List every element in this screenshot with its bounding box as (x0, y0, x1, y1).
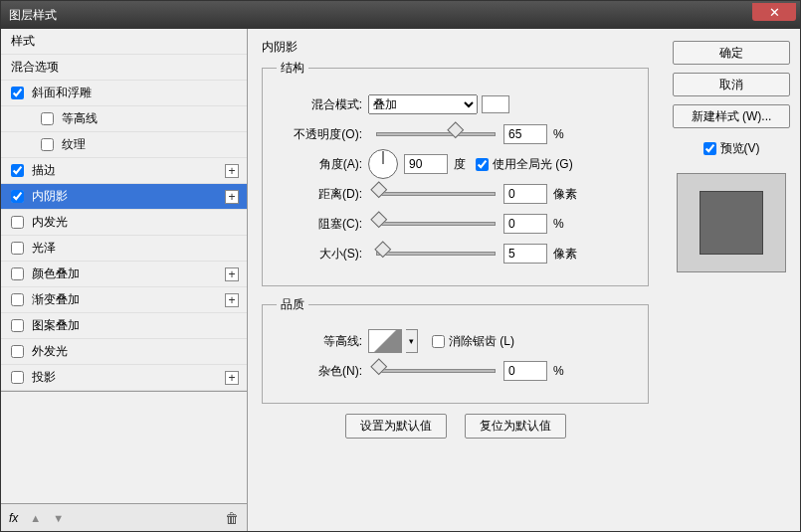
checkbox-gradient-overlay[interactable] (11, 293, 24, 306)
row-noise: 杂色(N): % (277, 359, 634, 383)
fx-icon[interactable]: fx (9, 511, 18, 525)
make-default-button[interactable]: 设置为默认值 (345, 414, 447, 439)
row-blend-mode: 混合模式: 叠加 (277, 92, 634, 116)
preview-label: 预览(V) (720, 140, 760, 157)
cancel-button[interactable]: 取消 (673, 73, 790, 96)
global-light-checkbox[interactable] (476, 158, 489, 171)
contour-label: 等高线: (277, 333, 362, 350)
sidebar-item-bevel-emboss[interactable]: 斜面和浮雕 (1, 81, 247, 106)
plus-icon[interactable]: + (225, 190, 239, 204)
sidebar-item-blend-options[interactable]: 混合选项 (1, 55, 247, 81)
checkbox-texture[interactable] (41, 138, 54, 151)
distance-input[interactable] (503, 184, 547, 204)
size-input[interactable] (503, 244, 547, 264)
sidebar-item-label: 投影 (32, 369, 56, 386)
sidebar-header-styles[interactable]: 样式 (1, 29, 247, 55)
choke-slider[interactable] (376, 222, 496, 226)
choke-label: 阻塞(C): (277, 216, 362, 233)
sidebar-item-label: 光泽 (32, 240, 56, 257)
plus-icon[interactable]: + (225, 164, 239, 178)
sidebar-item-label: 图案叠加 (32, 317, 80, 334)
choke-unit: % (553, 217, 564, 231)
checkbox-drop-shadow[interactable] (11, 371, 24, 384)
checkbox-stroke[interactable] (11, 164, 24, 177)
new-style-button[interactable]: 新建样式 (W)... (673, 104, 790, 128)
checkbox-color-overlay[interactable] (11, 267, 24, 280)
checkbox-inner-glow[interactable] (11, 216, 24, 229)
noise-label: 杂色(N): (277, 363, 362, 380)
opacity-label: 不透明度(O): (277, 126, 362, 143)
checkbox-contour[interactable] (41, 112, 54, 125)
contour-picker[interactable] (368, 329, 402, 353)
size-slider[interactable] (376, 252, 496, 256)
titlebar[interactable]: 图层样式 ✕ (1, 1, 800, 29)
distance-label: 距离(D): (277, 186, 362, 203)
plus-icon[interactable]: + (225, 267, 239, 281)
antialias-checkbox[interactable] (432, 335, 445, 348)
choke-input[interactable] (503, 214, 547, 234)
sidebar-item-satin[interactable]: 光泽 (1, 236, 247, 262)
checkbox-satin[interactable] (11, 242, 24, 255)
checkbox-outer-glow[interactable] (11, 345, 24, 358)
sidebar-item-label: 颜色叠加 (32, 266, 80, 282)
sidebar-item-inner-shadow[interactable]: 内阴影 + (1, 184, 247, 210)
distance-unit: 像素 (553, 186, 577, 203)
sidebar-item-label: 描边 (32, 162, 56, 179)
angle-dial[interactable] (368, 149, 398, 179)
sidebar-item-label: 内阴影 (32, 188, 68, 205)
opacity-input[interactable] (503, 124, 547, 144)
sidebar-item-gradient-overlay[interactable]: 渐变叠加 + (1, 287, 247, 313)
antialias-label: 消除锯齿 (L) (449, 333, 514, 350)
checkbox-inner-shadow[interactable] (11, 190, 24, 203)
distance-slider[interactable] (376, 192, 496, 196)
noise-input[interactable] (503, 361, 547, 381)
sidebar-item-color-overlay[interactable]: 颜色叠加 + (1, 262, 247, 287)
arrow-up-icon[interactable]: ▲ (30, 512, 41, 524)
default-buttons-row: 设置为默认值 复位为默认值 (262, 414, 649, 439)
global-light-label: 使用全局光 (G) (493, 156, 573, 173)
opacity-slider[interactable] (376, 132, 496, 136)
row-opacity: 不透明度(O): % (277, 122, 634, 146)
checkbox-pattern-overlay[interactable] (11, 319, 24, 332)
dialog-content: 样式 混合选项 斜面和浮雕 等高线 纹理 描边 + (1, 29, 800, 531)
size-label: 大小(S): (277, 246, 362, 263)
sidebar-item-stroke[interactable]: 描边 + (1, 158, 247, 184)
row-choke: 阻塞(C): % (277, 212, 634, 236)
contour-dropdown-icon[interactable]: ▾ (406, 329, 418, 353)
panel-title: 内阴影 (262, 39, 649, 56)
close-button[interactable]: ✕ (752, 3, 796, 21)
row-contour: 等高线: ▾ 消除锯齿 (L) (277, 329, 634, 353)
sidebar-item-texture[interactable]: 纹理 (1, 132, 247, 158)
angle-unit: 度 (454, 156, 466, 173)
sidebar-item-drop-shadow[interactable]: 投影 + (1, 365, 247, 391)
sidebar-item-label: 斜面和浮雕 (32, 85, 92, 101)
quality-legend: 品质 (277, 296, 308, 313)
structure-fieldset: 结构 混合模式: 叠加 不透明度(O): % 角度(A): (262, 60, 649, 286)
sidebar-item-label: 渐变叠加 (32, 291, 80, 308)
sidebar-footer: fx ▲ ▼ 🗑 (1, 503, 247, 531)
blend-mode-select[interactable]: 叠加 (368, 94, 478, 114)
arrow-down-icon[interactable]: ▼ (53, 512, 64, 524)
sidebar-item-inner-glow[interactable]: 内发光 (1, 210, 247, 236)
preview-row: 预览(V) (673, 140, 790, 157)
color-swatch[interactable] (482, 95, 509, 113)
close-icon: ✕ (769, 5, 780, 20)
window-title: 图层样式 (9, 7, 57, 24)
trash-icon[interactable]: 🗑 (225, 510, 239, 526)
ok-button[interactable]: 确定 (673, 41, 790, 65)
row-distance: 距离(D): 像素 (277, 182, 634, 206)
preview-checkbox[interactable] (703, 142, 716, 155)
angle-input[interactable] (404, 154, 448, 174)
sidebar-item-pattern-overlay[interactable]: 图案叠加 (1, 313, 247, 339)
styles-sidebar: 样式 混合选项 斜面和浮雕 等高线 纹理 描边 + (1, 29, 248, 531)
layer-style-dialog: 图层样式 ✕ 样式 混合选项 斜面和浮雕 等高线 纹理 (0, 0, 801, 532)
noise-slider[interactable] (376, 369, 496, 373)
plus-icon[interactable]: + (225, 293, 239, 307)
checkbox-bevel-emboss[interactable] (11, 87, 24, 99)
plus-icon[interactable]: + (225, 371, 239, 385)
reset-default-button[interactable]: 复位为默认值 (465, 414, 566, 439)
size-unit: 像素 (553, 246, 577, 263)
sidebar-item-outer-glow[interactable]: 外发光 (1, 339, 247, 365)
sidebar-item-contour[interactable]: 等高线 (1, 106, 247, 132)
preview-swatch (700, 191, 763, 255)
